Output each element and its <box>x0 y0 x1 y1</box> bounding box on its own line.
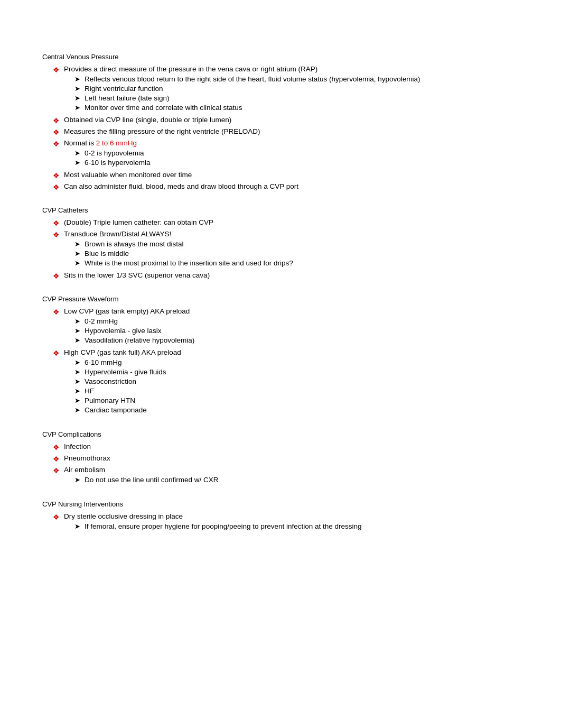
diamond-bullet-icon: ❖ <box>53 443 60 451</box>
arrow-icon: ➤ <box>74 327 80 335</box>
section-cvp-waveform: CVP Pressure Waveform❖Low CVP (gas tank … <box>42 295 519 416</box>
sub-item-text: Brown is always the most distal <box>85 240 184 248</box>
highlight-text: 2 to 6 mmHg <box>96 139 137 147</box>
list-item-text: Obtained via CVP line (single, double or… <box>64 116 519 124</box>
sub-item-text: Do not use the line until confirmed w/ C… <box>85 476 219 484</box>
diamond-bullet-icon: ❖ <box>53 466 60 475</box>
arrow-icon: ➤ <box>74 104 80 112</box>
arrow-icon: ➤ <box>74 317 80 325</box>
sub-item-text: Left heart failure (late sign) <box>85 94 170 102</box>
sub-item-text: Blue is middle <box>85 250 129 257</box>
list-item-text: High CVP (gas tank full) AKA preload➤6-1… <box>64 348 519 416</box>
sub-item-text: Reflects venous blood return to the righ… <box>85 75 420 83</box>
arrow-icon: ➤ <box>74 387 80 395</box>
sub-item-text: 6-10 mmHg <box>85 358 122 366</box>
list-item: ❖Dry sterile occlusive dressing in place… <box>53 512 519 532</box>
sub-item-text: 0-2 is hypovolemia <box>85 149 144 157</box>
sub-item-text: Hypovolemia - give lasix <box>85 327 162 335</box>
sub-item-text: Right ventricular function <box>85 85 163 93</box>
list-item: ➤Monitor over time and correlate with cl… <box>74 104 519 112</box>
section-title-cvp-catheters: CVP Catheters <box>42 206 519 214</box>
diamond-bullet-icon: ❖ <box>53 349 60 357</box>
list-item: ➤0-2 is hypovolemia <box>74 149 519 157</box>
arrow-icon: ➤ <box>74 240 80 248</box>
sub-item-text: White is the most proximal to the insert… <box>85 259 293 267</box>
list-item: ➤Blue is middle <box>74 250 519 257</box>
list-item-text: Provides a direct measure of the pressur… <box>64 65 519 113</box>
arrow-icon: ➤ <box>74 75 80 83</box>
arrow-icon: ➤ <box>74 159 80 167</box>
list-item: ❖(Double) Triple lumen catheter: can obt… <box>53 218 519 227</box>
arrow-icon: ➤ <box>74 397 80 404</box>
sub-item-text: 0-2 mmHg <box>85 317 118 325</box>
arrow-icon: ➤ <box>74 358 80 366</box>
sub-item-text: Vasodilation (relative hypovolemia) <box>85 336 194 344</box>
arrow-icon: ➤ <box>74 406 80 414</box>
section-cvp: Central Venous Pressure❖Provides a direc… <box>42 53 519 191</box>
list-item: ➤Right ventricular function <box>74 85 519 93</box>
section-cvp-catheters: CVP Catheters❖(Double) Triple lumen cath… <box>42 206 519 280</box>
list-item-text: Measures the filling pressure of the rig… <box>64 127 519 135</box>
section-title-cvp-complications: CVP Complications <box>42 430 519 438</box>
diamond-bullet-icon: ❖ <box>53 66 60 74</box>
list-item: ➤Left heart failure (late sign) <box>74 94 519 102</box>
list-item: ❖Obtained via CVP line (single, double o… <box>53 116 519 125</box>
section-cvp-nursing: CVP Nursing Interventions❖Dry sterile oc… <box>42 500 519 532</box>
list-item: ➤Hypovolemia - give lasix <box>74 327 519 335</box>
diamond-bullet-icon: ❖ <box>53 171 60 180</box>
arrow-icon: ➤ <box>74 85 80 93</box>
arrow-icon: ➤ <box>74 94 80 102</box>
diamond-bullet-icon: ❖ <box>53 272 60 280</box>
diamond-bullet-icon: ❖ <box>53 455 60 463</box>
sub-item-text: Hypervolemia - give fluids <box>85 368 166 376</box>
list-item-text: (Double) Triple lumen catheter: can obta… <box>64 218 519 226</box>
list-item: ➤Pulmonary HTN <box>74 397 519 404</box>
sub-item-text: Monitor over time and correlate with cli… <box>85 104 242 112</box>
arrow-icon: ➤ <box>74 476 80 484</box>
list-item: ❖Transduce Brown/Distal ALWAYS!➤Brown is… <box>53 230 519 269</box>
list-item: ❖Most valuable when monitored over time <box>53 171 519 180</box>
arrow-icon: ➤ <box>74 259 80 267</box>
diamond-bullet-icon: ❖ <box>53 183 60 191</box>
list-item: ❖Pneumothorax <box>53 454 519 463</box>
section-title-cvp-waveform: CVP Pressure Waveform <box>42 295 519 303</box>
list-item-text: Transduce Brown/Distal ALWAYS!➤Brown is … <box>64 230 519 269</box>
diamond-bullet-icon: ❖ <box>53 231 60 239</box>
diamond-bullet-icon: ❖ <box>53 128 60 136</box>
list-item: ❖High CVP (gas tank full) AKA preload➤6-… <box>53 348 519 416</box>
sub-item-text: If femoral, ensure proper hygiene for po… <box>85 522 362 530</box>
list-item: ➤If femoral, ensure proper hygiene for p… <box>74 522 519 530</box>
list-item: ➤Brown is always the most distal <box>74 240 519 248</box>
list-item-text: Pneumothorax <box>64 454 519 462</box>
list-item: ❖Low CVP (gas tank empty) AKA preload➤0-… <box>53 307 519 346</box>
list-item: ➤Vasodilation (relative hypovolemia) <box>74 336 519 344</box>
diamond-bullet-icon: ❖ <box>53 116 60 125</box>
list-item-text: Dry sterile occlusive dressing in place➤… <box>64 512 519 532</box>
list-item-text: Air embolism➤Do not use the line until c… <box>64 466 519 485</box>
list-item: ❖Infection <box>53 443 519 451</box>
list-item-text: Normal is 2 to 6 mmHg➤0-2 is hypovolemia… <box>64 139 519 168</box>
list-item: ➤Reflects venous blood return to the rig… <box>74 75 519 83</box>
list-item-text: Low CVP (gas tank empty) AKA preload➤0-2… <box>64 307 519 346</box>
diamond-bullet-icon: ❖ <box>53 219 60 227</box>
list-item: ➤Hypervolemia - give fluids <box>74 368 519 376</box>
sub-item-text: Cardiac tamponade <box>85 406 147 414</box>
section-title-cvp: Central Venous Pressure <box>42 53 519 61</box>
list-item: ❖Air embolism➤Do not use the line until … <box>53 466 519 485</box>
sub-item-text: 6-10 is hypervolemia <box>85 159 151 167</box>
diamond-bullet-icon: ❖ <box>53 308 60 316</box>
list-item: ❖Provides a direct measure of the pressu… <box>53 65 519 113</box>
list-item-text: Infection <box>64 443 519 450</box>
list-item: ➤0-2 mmHg <box>74 317 519 325</box>
diamond-bullet-icon: ❖ <box>53 140 60 148</box>
arrow-icon: ➤ <box>74 149 80 157</box>
list-item: ➤Do not use the line until confirmed w/ … <box>74 476 519 484</box>
arrow-icon: ➤ <box>74 377 80 385</box>
arrow-icon: ➤ <box>74 250 80 257</box>
arrow-icon: ➤ <box>74 336 80 344</box>
diamond-bullet-icon: ❖ <box>53 513 60 521</box>
arrow-icon: ➤ <box>74 522 80 530</box>
list-item: ❖Sits in the lower 1/3 SVC (superior ven… <box>53 271 519 280</box>
list-item: ➤6-10 mmHg <box>74 358 519 366</box>
sub-item-text: Pulmonary HTN <box>85 397 135 404</box>
